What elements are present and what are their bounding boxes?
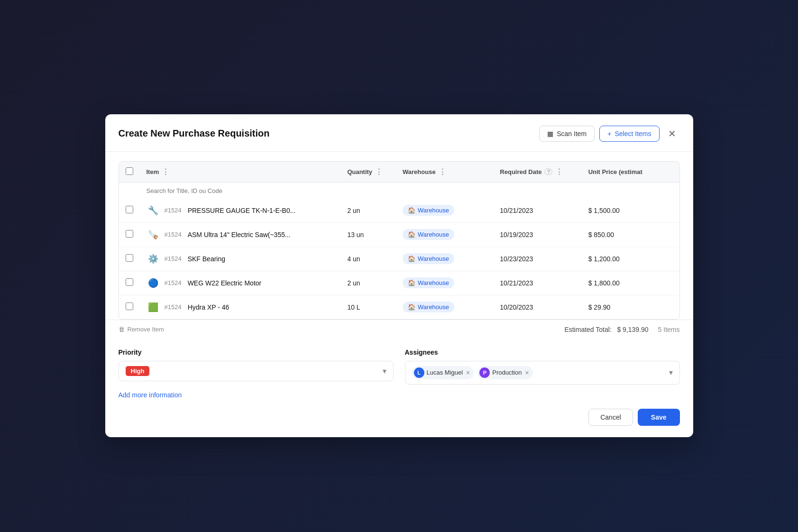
items-table-container: Item ⋮ Quantity ⋮ Wareho — [119, 161, 680, 320]
item-id-2: #1524 — [165, 255, 182, 262]
table-row: 🪚 #1524 ASM Ultra 14" Electric Saw(~355.… — [119, 222, 679, 247]
search-checkbox-cell — [119, 182, 140, 199]
assignees-section: Assignees L Lucas Miguel × P Production … — [405, 349, 680, 385]
table-row: ⚙️ #1524 SKF Bearing 4 un 🏠 Warehouse 10… — [119, 247, 679, 271]
item-icon-1: 🪚 — [147, 228, 160, 241]
warehouse-icon-2: 🏠 — [408, 255, 415, 262]
cancel-button[interactable]: Cancel — [588, 409, 633, 426]
row-checkbox-cell — [119, 247, 140, 271]
add-more-info-link[interactable]: Add more information — [119, 391, 182, 399]
warehouse-icon-4: 🏠 — [408, 303, 415, 311]
item-search-input[interactable] — [147, 187, 673, 194]
plus-icon: + — [607, 130, 611, 138]
header-actions: ▦ Scan Item + Select Items ✕ — [539, 126, 679, 142]
purchase-requisition-modal: Create New Purchase Requisition ▦ Scan I… — [105, 114, 693, 437]
item-id-1: #1524 — [165, 231, 182, 238]
row-quantity-3: 2 un — [340, 271, 396, 295]
col-item-dots[interactable]: ⋮ — [162, 167, 169, 176]
scan-item-button[interactable]: ▦ Scan Item — [539, 126, 595, 142]
items-count: 5 Items — [658, 326, 680, 333]
assignees-label: Assignees — [405, 349, 680, 356]
select-all-checkbox[interactable] — [126, 167, 133, 175]
row-item-0: 🔧 #1524 PRESSURE GAUGE TK-N-1-E-B0... — [140, 199, 341, 223]
item-id-4: #1524 — [165, 303, 182, 311]
item-icon-0: 🔧 — [147, 204, 160, 217]
col-warehouse-dots[interactable]: ⋮ — [439, 167, 446, 176]
remove-lucas-button[interactable]: × — [466, 369, 470, 376]
priority-dropdown[interactable]: High ▾ — [119, 361, 394, 381]
row-price-2: $ 1,200.00 — [582, 247, 679, 271]
row-warehouse-2: 🏠 Warehouse — [396, 247, 493, 271]
remove-production-button[interactable]: × — [525, 369, 529, 376]
row-checkbox-4[interactable] — [126, 303, 133, 310]
table-row: 🔧 #1524 PRESSURE GAUGE TK-N-1-E-B0... 2 … — [119, 199, 679, 223]
table-row: 🔵 #1524 WEG W22 Electric Motor 2 un 🏠 Wa… — [119, 271, 679, 295]
row-checkbox-3[interactable] — [126, 278, 133, 286]
row-date-1: 10/19/2023 — [493, 222, 581, 247]
row-date-3: 10/21/2023 — [493, 271, 581, 295]
item-id-3: #1524 — [165, 279, 182, 286]
item-icon-3: 🔵 — [147, 276, 160, 290]
col-header-unit-price: Unit Price (estimat — [582, 162, 679, 183]
assignee-tag-lucas: L Lucas Miguel × — [412, 366, 474, 379]
item-icon-2: ⚙️ — [147, 252, 160, 266]
items-table-body: 🔧 #1524 PRESSURE GAUGE TK-N-1-E-B0... 2 … — [119, 199, 679, 319]
row-price-4: $ 29.90 — [582, 295, 679, 319]
col-date-help[interactable]: ? — [544, 168, 552, 175]
row-warehouse-1: 🏠 Warehouse — [396, 222, 493, 247]
row-price-1: $ 850.00 — [582, 222, 679, 247]
row-item-1: 🪚 #1524 ASM Ultra 14" Electric Saw(~355.… — [140, 222, 341, 247]
close-button[interactable]: ✕ — [664, 126, 680, 141]
search-cell — [140, 182, 679, 199]
assignees-list: L Lucas Miguel × P Production × — [412, 366, 533, 379]
barcode-icon: ▦ — [547, 130, 553, 138]
item-name-0: PRESSURE GAUGE TK-N-1-E-B0... — [188, 207, 296, 214]
item-id-0: #1524 — [165, 207, 182, 214]
priority-chevron-icon: ▾ — [383, 367, 386, 376]
row-checkbox-2[interactable] — [126, 254, 133, 262]
select-items-button[interactable]: + Select Items — [599, 126, 659, 142]
row-warehouse-4: 🏠 Warehouse — [396, 295, 493, 319]
row-date-4: 10/20/2023 — [493, 295, 581, 319]
row-date-0: 10/21/2023 — [493, 199, 581, 223]
col-qty-dots[interactable]: ⋮ — [375, 167, 383, 176]
assignees-dropdown[interactable]: L Lucas Miguel × P Production × ▾ — [405, 361, 680, 385]
save-button[interactable]: Save — [638, 409, 680, 426]
table-footer: 🗑 Remove Item Estimated Total: $ 9,139.9… — [105, 320, 693, 339]
assignees-chevron-icon: ▾ — [669, 368, 673, 377]
row-checkbox-cell — [119, 199, 140, 223]
row-price-3: $ 1,800.00 — [582, 271, 679, 295]
item-name-4: Hydra XP - 46 — [188, 303, 229, 311]
avatar-lucas: L — [414, 367, 424, 378]
modal-header: Create New Purchase Requisition ▦ Scan I… — [105, 114, 693, 152]
row-item-4: 🟩 #1524 Hydra XP - 46 — [140, 295, 341, 319]
priority-label: Priority — [119, 349, 394, 356]
col-header-warehouse: Warehouse ⋮ — [396, 162, 493, 183]
remove-item-button[interactable]: 🗑 Remove Item — [119, 326, 164, 333]
col-header-item: Item ⋮ — [140, 162, 341, 183]
items-table: Item ⋮ Quantity ⋮ Wareho — [119, 162, 679, 319]
estimated-total-label: Estimated Total: $ 9,139.90 — [564, 326, 648, 333]
trash-icon: 🗑 — [119, 326, 125, 333]
row-quantity-4: 10 L — [340, 295, 396, 319]
priority-section: Priority High ▾ — [119, 349, 394, 385]
col-header-quantity: Quantity ⋮ — [340, 162, 396, 183]
modal-title: Create New Purchase Requisition — [119, 128, 270, 139]
warehouse-icon-0: 🏠 — [408, 207, 415, 214]
row-price-0: $ 1,500.00 — [582, 199, 679, 223]
table-search-row — [119, 182, 679, 199]
row-item-2: ⚙️ #1524 SKF Bearing — [140, 247, 341, 271]
row-date-2: 10/23/2023 — [493, 247, 581, 271]
row-checkbox-cell — [119, 222, 140, 247]
row-checkbox-1[interactable] — [126, 230, 133, 238]
table-row: 🟩 #1524 Hydra XP - 46 10 L 🏠 Warehouse 1… — [119, 295, 679, 319]
row-quantity-1: 13 un — [340, 222, 396, 247]
priority-badge: High — [126, 366, 150, 376]
col-date-dots[interactable]: ⋮ — [555, 167, 563, 176]
row-checkbox-0[interactable] — [126, 206, 133, 213]
item-name-2: SKF Bearing — [188, 255, 225, 263]
item-name-3: WEG W22 Electric Motor — [188, 279, 262, 287]
warehouse-icon-3: 🏠 — [408, 279, 415, 286]
row-quantity-2: 4 un — [340, 247, 396, 271]
row-quantity-0: 2 un — [340, 199, 396, 223]
